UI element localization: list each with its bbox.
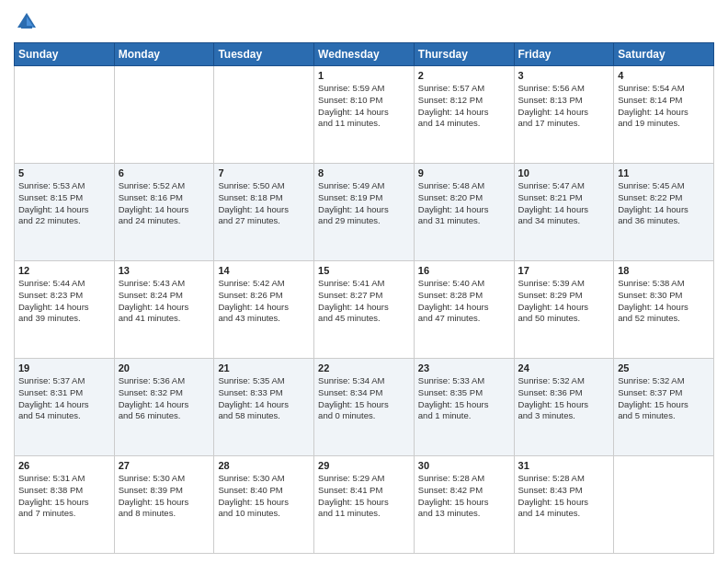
calendar-cell: 9Sunrise: 5:48 AM Sunset: 8:20 PM Daylig… — [414, 164, 514, 261]
day-info: Sunrise: 5:54 AM Sunset: 8:14 PM Dayligh… — [618, 83, 710, 130]
weekday-header-wednesday: Wednesday — [314, 43, 415, 66]
day-number: 14 — [218, 265, 310, 276]
day-info: Sunrise: 5:34 AM Sunset: 8:34 PM Dayligh… — [318, 375, 410, 422]
calendar-cell: 20Sunrise: 5:36 AM Sunset: 8:32 PM Dayli… — [114, 359, 214, 456]
day-number: 3 — [518, 70, 610, 81]
day-number: 31 — [518, 460, 610, 471]
day-number: 24 — [518, 362, 610, 373]
day-info: Sunrise: 5:48 AM Sunset: 8:20 PM Dayligh… — [418, 180, 510, 227]
calendar-cell: 16Sunrise: 5:40 AM Sunset: 8:28 PM Dayli… — [414, 261, 514, 359]
day-info: Sunrise: 5:53 AM Sunset: 8:15 PM Dayligh… — [18, 180, 110, 227]
day-info: Sunrise: 5:41 AM Sunset: 8:27 PM Dayligh… — [318, 278, 410, 325]
day-info: Sunrise: 5:45 AM Sunset: 8:22 PM Dayligh… — [618, 180, 710, 227]
day-number: 4 — [618, 70, 710, 81]
day-number: 21 — [218, 362, 310, 373]
weekday-header-friday: Friday — [514, 43, 614, 66]
week-row-1: 1Sunrise: 5:59 AM Sunset: 8:10 PM Daylig… — [15, 66, 714, 164]
page: SundayMondayTuesdayWednesdayThursdayFrid… — [0, 0, 728, 563]
day-info: Sunrise: 5:30 AM Sunset: 8:39 PM Dayligh… — [119, 473, 210, 520]
day-info: Sunrise: 5:42 AM Sunset: 8:26 PM Dayligh… — [218, 278, 310, 325]
calendar-cell: 7Sunrise: 5:50 AM Sunset: 8:18 PM Daylig… — [214, 164, 314, 261]
calendar-cell: 21Sunrise: 5:35 AM Sunset: 8:33 PM Dayli… — [214, 359, 314, 456]
weekday-header-sunday: Sunday — [15, 43, 115, 66]
day-info: Sunrise: 5:30 AM Sunset: 8:40 PM Dayligh… — [218, 473, 310, 520]
calendar-cell: 1Sunrise: 5:59 AM Sunset: 8:10 PM Daylig… — [314, 66, 415, 164]
calendar-cell: 10Sunrise: 5:47 AM Sunset: 8:21 PM Dayli… — [514, 164, 614, 261]
day-number: 23 — [418, 362, 510, 373]
day-info: Sunrise: 5:28 AM Sunset: 8:42 PM Dayligh… — [418, 473, 510, 520]
calendar-cell: 5Sunrise: 5:53 AM Sunset: 8:15 PM Daylig… — [15, 164, 115, 261]
week-row-4: 19Sunrise: 5:37 AM Sunset: 8:31 PM Dayli… — [15, 359, 714, 456]
day-number: 13 — [119, 265, 210, 276]
day-info: Sunrise: 5:47 AM Sunset: 8:21 PM Dayligh… — [518, 180, 610, 227]
day-number: 22 — [318, 362, 410, 373]
day-info: Sunrise: 5:40 AM Sunset: 8:28 PM Dayligh… — [418, 278, 510, 325]
day-info: Sunrise: 5:39 AM Sunset: 8:29 PM Dayligh… — [518, 278, 610, 325]
calendar-cell: 17Sunrise: 5:39 AM Sunset: 8:29 PM Dayli… — [514, 261, 614, 359]
day-info: Sunrise: 5:38 AM Sunset: 8:30 PM Dayligh… — [618, 278, 710, 325]
calendar-cell: 18Sunrise: 5:38 AM Sunset: 8:30 PM Dayli… — [614, 261, 714, 359]
calendar-cell — [15, 66, 115, 164]
calendar-cell: 11Sunrise: 5:45 AM Sunset: 8:22 PM Dayli… — [614, 164, 714, 261]
svg-rect-2 — [21, 26, 32, 29]
calendar-cell: 15Sunrise: 5:41 AM Sunset: 8:27 PM Dayli… — [314, 261, 415, 359]
day-info: Sunrise: 5:29 AM Sunset: 8:41 PM Dayligh… — [318, 473, 410, 520]
logo — [14, 9, 43, 35]
weekday-header-thursday: Thursday — [414, 43, 514, 66]
day-info: Sunrise: 5:32 AM Sunset: 8:37 PM Dayligh… — [618, 375, 710, 422]
calendar-cell: 4Sunrise: 5:54 AM Sunset: 8:14 PM Daylig… — [614, 66, 714, 164]
day-number: 1 — [318, 70, 410, 81]
day-number: 11 — [618, 167, 710, 178]
calendar-cell: 23Sunrise: 5:33 AM Sunset: 8:35 PM Dayli… — [414, 359, 514, 456]
day-number: 25 — [618, 362, 710, 373]
day-number: 2 — [418, 70, 510, 81]
day-number: 12 — [18, 265, 110, 276]
day-number: 19 — [18, 362, 110, 373]
day-number: 15 — [318, 265, 410, 276]
calendar-table: SundayMondayTuesdayWednesdayThursdayFrid… — [14, 42, 714, 554]
calendar-cell: 31Sunrise: 5:28 AM Sunset: 8:43 PM Dayli… — [514, 456, 614, 554]
day-number: 26 — [18, 460, 110, 471]
day-info: Sunrise: 5:50 AM Sunset: 8:18 PM Dayligh… — [218, 180, 310, 227]
day-info: Sunrise: 5:37 AM Sunset: 8:31 PM Dayligh… — [18, 375, 110, 422]
day-info: Sunrise: 5:31 AM Sunset: 8:38 PM Dayligh… — [18, 473, 110, 520]
day-info: Sunrise: 5:28 AM Sunset: 8:43 PM Dayligh… — [518, 473, 610, 520]
calendar-cell — [114, 66, 214, 164]
calendar-cell: 30Sunrise: 5:28 AM Sunset: 8:42 PM Dayli… — [414, 456, 514, 554]
day-info: Sunrise: 5:57 AM Sunset: 8:12 PM Dayligh… — [418, 83, 510, 130]
header — [14, 9, 714, 35]
calendar-cell: 25Sunrise: 5:32 AM Sunset: 8:37 PM Dayli… — [614, 359, 714, 456]
logo-icon — [14, 9, 40, 35]
calendar-cell: 28Sunrise: 5:30 AM Sunset: 8:40 PM Dayli… — [214, 456, 314, 554]
calendar-cell: 27Sunrise: 5:30 AM Sunset: 8:39 PM Dayli… — [114, 456, 214, 554]
day-number: 6 — [119, 167, 210, 178]
day-number: 8 — [318, 167, 410, 178]
day-info: Sunrise: 5:32 AM Sunset: 8:36 PM Dayligh… — [518, 375, 610, 422]
calendar-cell: 8Sunrise: 5:49 AM Sunset: 8:19 PM Daylig… — [314, 164, 415, 261]
day-number: 29 — [318, 460, 410, 471]
calendar-cell: 26Sunrise: 5:31 AM Sunset: 8:38 PM Dayli… — [15, 456, 115, 554]
day-number: 20 — [119, 362, 210, 373]
calendar-cell: 2Sunrise: 5:57 AM Sunset: 8:12 PM Daylig… — [414, 66, 514, 164]
day-info: Sunrise: 5:36 AM Sunset: 8:32 PM Dayligh… — [119, 375, 210, 422]
calendar-cell: 29Sunrise: 5:29 AM Sunset: 8:41 PM Dayli… — [314, 456, 415, 554]
day-info: Sunrise: 5:35 AM Sunset: 8:33 PM Dayligh… — [218, 375, 310, 422]
day-number: 28 — [218, 460, 310, 471]
day-info: Sunrise: 5:43 AM Sunset: 8:24 PM Dayligh… — [119, 278, 210, 325]
calendar-cell: 14Sunrise: 5:42 AM Sunset: 8:26 PM Dayli… — [214, 261, 314, 359]
calendar-cell: 3Sunrise: 5:56 AM Sunset: 8:13 PM Daylig… — [514, 66, 614, 164]
day-number: 18 — [618, 265, 710, 276]
day-info: Sunrise: 5:59 AM Sunset: 8:10 PM Dayligh… — [318, 83, 410, 130]
day-info: Sunrise: 5:56 AM Sunset: 8:13 PM Dayligh… — [518, 83, 610, 130]
day-info: Sunrise: 5:44 AM Sunset: 8:23 PM Dayligh… — [18, 278, 110, 325]
day-number: 27 — [119, 460, 210, 471]
weekday-header-row: SundayMondayTuesdayWednesdayThursdayFrid… — [15, 43, 714, 66]
day-number: 17 — [518, 265, 610, 276]
day-number: 10 — [518, 167, 610, 178]
day-info: Sunrise: 5:49 AM Sunset: 8:19 PM Dayligh… — [318, 180, 410, 227]
weekday-header-saturday: Saturday — [614, 43, 714, 66]
day-number: 30 — [418, 460, 510, 471]
calendar-cell — [214, 66, 314, 164]
calendar-cell: 6Sunrise: 5:52 AM Sunset: 8:16 PM Daylig… — [114, 164, 214, 261]
week-row-5: 26Sunrise: 5:31 AM Sunset: 8:38 PM Dayli… — [15, 456, 714, 554]
